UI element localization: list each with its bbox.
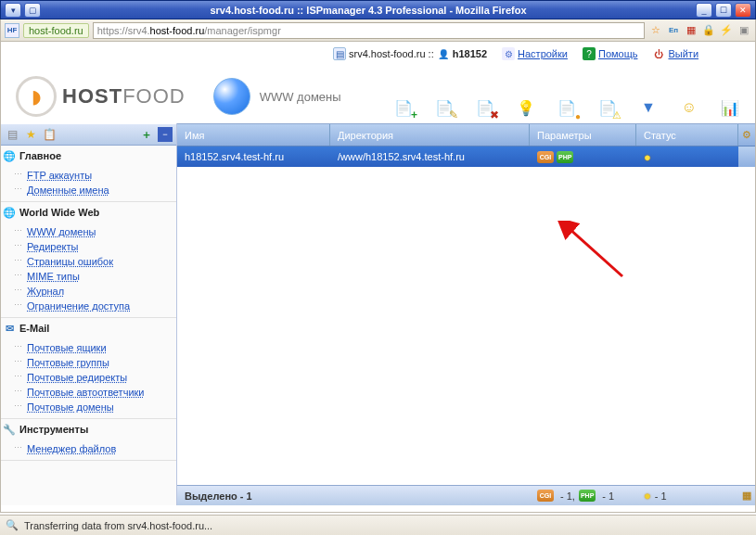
php-badge-footer: PHP (579, 490, 596, 502)
help-link[interactable]: Помощь (598, 48, 638, 59)
sidebar-item[interactable]: Ограничение доступа (18, 299, 176, 313)
footer-export[interactable]: ▦ (738, 490, 755, 502)
maximize-button[interactable]: ☐ (715, 3, 732, 18)
status-bulb-icon: ● (644, 150, 651, 164)
filter-button[interactable]: ▼ (636, 96, 660, 120)
globe-icon (213, 78, 250, 115)
sidebar-item[interactable]: Доменные имена (18, 183, 176, 197)
column-headers: Имя Директория Параметры Статус ⚙ (177, 124, 755, 146)
sidebar-tree: WWW доменыРедиректыСтраницы ошибокMIME т… (1, 223, 176, 317)
url-host-grey: srv4. (128, 25, 150, 36)
sidebar-section-header[interactable]: 🌐World Wide Web (1, 202, 176, 223)
sidebar: ▤ ★ 📋 ＋ － 🌐ГлавноеFTP аккаунтыДоменные и… (1, 123, 177, 505)
cell-params: CGI PHP (530, 146, 636, 167)
sidebar-item[interactable]: Страницы ошибок (18, 254, 176, 269)
footer-bulb-icon: ● (644, 489, 651, 503)
brand-food: FOOD (122, 84, 186, 108)
owner-button[interactable]: ☺ (677, 96, 701, 120)
error-pages-button[interactable]: 📄⚠ (596, 96, 620, 120)
address-bar: HF host-food.ru https://srv4.host-food.r… (0, 19, 756, 42)
col-dir[interactable]: Директория (330, 124, 530, 146)
toggle-button[interactable]: 💡 (514, 96, 538, 120)
browser-status-bar: 🔍 Transferring data from srv4.host-food.… (0, 515, 756, 535)
favorites-icon[interactable]: ★ (23, 127, 38, 142)
main-grid: Имя Директория Параметры Статус ⚙ h18152… (177, 123, 755, 505)
cert-button[interactable]: 📄● (555, 96, 579, 120)
cgi-badge-footer: CGI (537, 490, 554, 502)
section-icon: 🌐 (3, 149, 16, 162)
firebug-icon[interactable]: ▣ (737, 23, 751, 38)
sidebar-item[interactable]: MIME типы (18, 269, 176, 284)
sidebar-section-header[interactable]: ✉E-Mail (1, 318, 176, 338)
brand-host: HOST (62, 84, 122, 108)
url-proto: https:// (97, 25, 128, 36)
php-badge: PHP (557, 151, 573, 163)
sidebar-item[interactable]: Почтовые группы (18, 355, 176, 370)
grid-footer: Выделено - 1 CGI - 1, PHP - 1 ● - 1 ▦ (177, 485, 755, 505)
section-label: World Wide Web (19, 207, 99, 218)
cell-status: ● (636, 146, 738, 167)
sidebar-section: 🔧ИнструментыМенеджер файлов (1, 419, 176, 461)
proxy-icon[interactable]: ⚡ (719, 23, 734, 38)
settings-link[interactable]: Настройки (518, 48, 568, 59)
sidebar-item[interactable]: WWW домены (18, 224, 176, 239)
site-identity-button[interactable]: host-food.ru (23, 23, 89, 38)
sidebar-item[interactable]: Почтовые ящики (18, 340, 176, 355)
section-icon: 🔧 (3, 423, 16, 436)
sidebar-item[interactable]: Редиректы (18, 239, 176, 254)
create-button[interactable]: 📄+ (391, 96, 416, 120)
user-name: h18152 (453, 48, 487, 59)
delete-button[interactable]: 📄✖ (473, 96, 497, 120)
toolbar: 📄+ 📄✎ 📄✖ 💡 📄● 📄⚠ ▼ ☺ 📊 (391, 96, 742, 120)
help-icon: ? (583, 47, 596, 60)
collapse-all-button[interactable]: － (158, 127, 173, 142)
search-icon[interactable]: 🔍 (6, 519, 19, 531)
sidebar-toolbar: ▤ ★ 📋 ＋ － (1, 123, 176, 146)
expand-all-button[interactable]: ＋ (139, 127, 154, 142)
feed-icon[interactable]: ☆ (648, 23, 663, 38)
sidebar-section-header[interactable]: 🔧Инструменты (1, 419, 176, 439)
header-band: ▤ srv4.host-food.ru :: 👤 h18152 ⚙ Настро… (1, 42, 755, 66)
url-host: host-food.ru (150, 25, 205, 36)
section-icon: 🌐 (3, 206, 16, 219)
sidebar-section: 🌐World Wide WebWWW доменыРедиректыСтрани… (1, 202, 176, 318)
gear-icon: ⚙ (502, 47, 515, 60)
list-icon[interactable]: ▤ (5, 127, 19, 142)
footer-selected: Выделено - 1 (177, 490, 330, 502)
window-rollup-button[interactable]: ▢ (24, 3, 41, 18)
status-text: Transferring data from srv4.host-food.ru… (24, 520, 212, 531)
stats-button[interactable]: 📊 (718, 96, 742, 120)
sidebar-item[interactable]: Менеджер файлов (18, 441, 176, 456)
block-icon[interactable]: ▦ (684, 23, 698, 38)
sidebar-item[interactable]: Журнал (18, 284, 176, 299)
window-menu-button[interactable]: ▾ (5, 3, 21, 18)
col-config[interactable]: ⚙ (738, 124, 755, 146)
page-content: ▤ srv4.host-food.ru :: 👤 h18152 ⚙ Настро… (0, 42, 756, 513)
table-row[interactable]: h18152.srv4.test-hf.ru /www/h18152.srv4.… (177, 146, 755, 167)
footer-params: CGI - 1, PHP - 1 (530, 490, 636, 502)
sidebar-item[interactable]: Почтовые редиректы (18, 370, 176, 385)
translate-icon[interactable]: Eп (666, 23, 681, 38)
cell-dir: /www/h18152.srv4.test-hf.ru (330, 146, 530, 167)
sidebar-tree: Менеджер файлов (1, 439, 176, 460)
favicon: HF (5, 23, 19, 38)
col-params[interactable]: Параметры (530, 124, 636, 146)
window-title: srv4.host-food.ru :: ISPmanager 4.3 Prof… (41, 5, 696, 16)
server-icon: ▤ (333, 47, 346, 60)
minimize-button[interactable]: _ (696, 3, 712, 18)
exit-link[interactable]: Выйти (668, 48, 698, 59)
sidebar-item[interactable]: FTP аккаунты (18, 168, 176, 183)
url-input[interactable]: https://srv4.host-food.ru/manager/ispmgr (93, 22, 645, 39)
window-titlebar: ▾ ▢ srv4.host-food.ru :: ISPmanager 4.3 … (0, 0, 756, 19)
col-name[interactable]: Имя (177, 124, 330, 146)
grid-body[interactable] (177, 167, 755, 485)
col-status[interactable]: Статус (636, 124, 738, 146)
clipboard-icon[interactable]: 📋 (42, 127, 57, 142)
cgi-badge: CGI (537, 151, 554, 163)
sidebar-section-header[interactable]: 🌐Главное (1, 146, 176, 166)
close-button[interactable]: ✕ (735, 3, 751, 18)
sidebar-item[interactable]: Почтовые автоответчики (18, 385, 176, 400)
section-label: Инструменты (19, 424, 88, 435)
sidebar-item[interactable]: Почтовые домены (18, 400, 176, 414)
edit-button[interactable]: 📄✎ (432, 96, 456, 120)
